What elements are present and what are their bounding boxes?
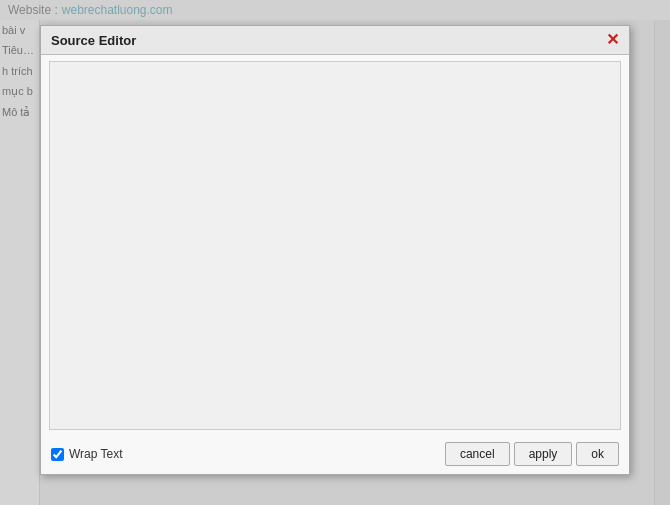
dialog-body[interactable]	[49, 61, 621, 430]
dialog-title: Source Editor	[51, 33, 136, 48]
wrap-text-checkbox[interactable]	[51, 448, 64, 461]
wrap-text-label[interactable]: Wrap Text	[51, 447, 123, 461]
dialog-footer: Wrap Text cancel apply ok	[41, 436, 629, 474]
dialog-titlebar: Source Editor ✕	[41, 26, 629, 55]
source-editor-dialog: Source Editor ✕ Wrap Text cancel apply o…	[40, 25, 630, 475]
wrap-text-text: Wrap Text	[69, 447, 123, 461]
cancel-button[interactable]: cancel	[445, 442, 510, 466]
apply-button[interactable]: apply	[514, 442, 573, 466]
ok-button[interactable]: ok	[576, 442, 619, 466]
dialog-close-button[interactable]: ✕	[606, 32, 619, 48]
footer-buttons: cancel apply ok	[445, 442, 619, 466]
